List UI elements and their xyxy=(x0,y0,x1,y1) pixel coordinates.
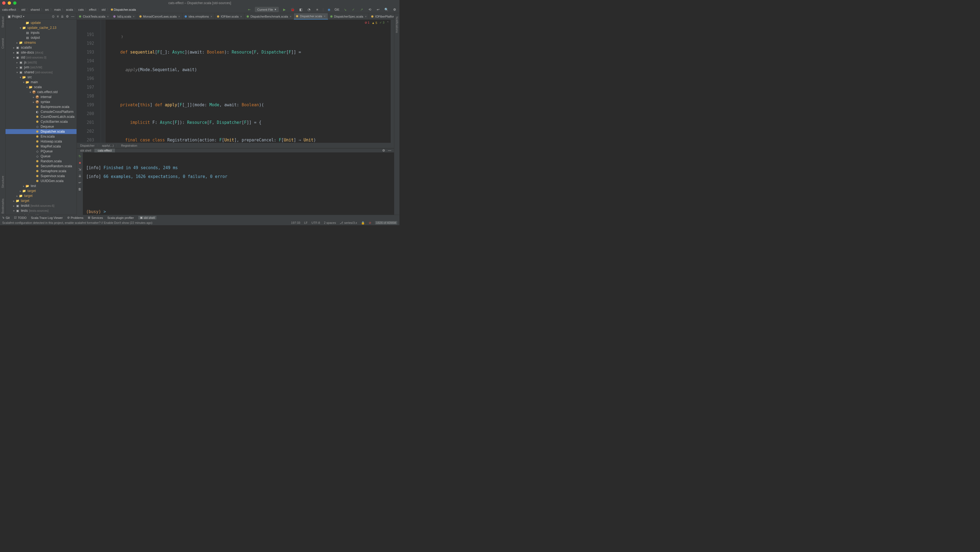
editor-tab[interactable]: DispatcherBenchmark.scala× xyxy=(245,13,294,19)
attach-icon[interactable]: ⇲ xyxy=(78,167,82,172)
file-encoding[interactable]: UTF-8 xyxy=(312,221,320,224)
close-tab-icon[interactable]: × xyxy=(133,15,134,18)
line-number[interactable]: 195 xyxy=(79,65,94,74)
fold-gutter[interactable] xyxy=(101,20,105,143)
minimize-window-button[interactable] xyxy=(8,2,11,5)
console-hide-icon[interactable]: — xyxy=(388,148,391,152)
close-tab-icon[interactable]: × xyxy=(365,15,366,18)
bookmarks-tool-button[interactable]: Bookmarks xyxy=(1,198,5,215)
build-button[interactable]: ⇤ xyxy=(247,7,252,12)
error-indicator[interactable]: ⊘ xyxy=(369,221,371,225)
rollback-button[interactable]: ↩ xyxy=(375,7,381,12)
tree-node[interactable]: Backpressure.scala xyxy=(5,104,76,109)
tree-node[interactable]: CyclicBarrier.scala xyxy=(5,119,76,124)
vcs-commit-button[interactable]: ✓ xyxy=(351,7,356,12)
project-tree[interactable]: 📁update▾📁update_cache_2.13▤inputs▤output… xyxy=(5,20,76,215)
services-tool-button[interactable]: ⊞ Services xyxy=(88,216,103,219)
close-tab-icon[interactable]: × xyxy=(324,14,325,18)
editor-tab[interactable]: IsEq.scala× xyxy=(111,13,137,19)
console-output[interactable]: [info] Finished in 49 seconds, 249 ms [i… xyxy=(83,152,394,225)
line-number[interactable]: 192 xyxy=(79,39,94,48)
editor-tab[interactable]: idea.vmoptions× xyxy=(183,13,215,19)
tree-node[interactable]: Semaphore.scala xyxy=(5,169,76,174)
vcs-update-button[interactable]: ↘ xyxy=(342,7,348,12)
tree-node[interactable]: ▸📦internal xyxy=(5,94,76,99)
tree-node[interactable]: ▸▣jvm[stdJVM] xyxy=(5,65,76,70)
line-number[interactable]: 203 xyxy=(79,136,94,144)
line-number[interactable]: 199 xyxy=(79,101,94,109)
console-tab-sbt-shell[interactable]: sbt shell xyxy=(77,148,94,152)
editor-tab[interactable]: IOFiber.scala× xyxy=(215,13,245,19)
tree-node[interactable]: ▾▣shared[std-sources] xyxy=(5,70,76,75)
line-number[interactable]: 198 xyxy=(79,92,94,101)
structure-tool-button[interactable]: Structure xyxy=(1,175,5,189)
crumb[interactable]: cats-effect xyxy=(2,8,16,11)
tree-node[interactable]: ▸📁target xyxy=(5,188,76,193)
line-number[interactable]: 194 xyxy=(79,57,94,65)
stardust-tool-button[interactable]: Stardust xyxy=(1,15,5,29)
project-panel-title[interactable]: ▣ Project ▾ xyxy=(8,14,24,18)
line-number[interactable]: 196 xyxy=(79,74,94,83)
status-message[interactable]: Scalafmt configuration detected in this … xyxy=(2,221,153,224)
crumb[interactable]: effect xyxy=(89,8,96,11)
tree-node[interactable]: ▸📁target xyxy=(5,193,76,198)
tree-node[interactable]: ▾📂scala xyxy=(5,85,76,89)
code-editor[interactable]: } def sequential[F[_]: Async](await: Boo… xyxy=(105,20,391,143)
close-tab-icon[interactable]: × xyxy=(240,15,242,18)
history-button[interactable]: ⟲ xyxy=(367,7,372,12)
crumb[interactable]: std xyxy=(21,8,25,11)
expand-all-icon[interactable]: ≡ xyxy=(57,14,59,18)
code-crumb[interactable]: Registration xyxy=(121,144,137,147)
tree-node[interactable]: 📁update xyxy=(5,20,76,25)
tree-node[interactable]: Dispatcher.scala xyxy=(5,129,76,134)
coverage-button[interactable]: ◧ xyxy=(298,7,304,12)
clear-icon[interactable]: 🗑 xyxy=(78,187,82,191)
tree-node[interactable]: ▸📂test xyxy=(5,183,76,188)
console-settings-icon[interactable]: ⚙ xyxy=(382,148,385,152)
tree-node[interactable]: ▸▣js[testsJS] xyxy=(5,213,76,215)
memory-indicator[interactable]: 1826 of 4096M xyxy=(375,221,397,224)
todo-tool-button[interactable]: ☑ TODO xyxy=(14,216,27,219)
line-number[interactable]: 202 xyxy=(79,127,94,136)
tree-node[interactable]: ◇PQueue xyxy=(5,149,76,154)
tree-node[interactable]: ◇Queue xyxy=(5,154,76,159)
profile-button[interactable]: ◔ xyxy=(306,7,312,12)
commit-tool-button[interactable]: Commit xyxy=(1,37,5,50)
code-crumb[interactable]: apply(...) xyxy=(102,144,114,147)
tree-node[interactable]: ▾▣tests[tests-sources] xyxy=(5,208,76,213)
close-tab-icon[interactable]: × xyxy=(210,15,212,18)
settings-button[interactable]: ⚙ xyxy=(392,7,397,12)
sbt-shell-button[interactable]: ▣ sbt shell xyxy=(138,216,156,219)
tree-node[interactable]: MapRef.scala xyxy=(5,144,76,149)
tree-node[interactable]: ◇Dequeue xyxy=(5,124,76,129)
tree-node[interactable]: ▾▣std[std-sources-3] xyxy=(5,55,76,60)
notifications-tool-button[interactable]: Notifications xyxy=(395,15,399,34)
scala-trace-button[interactable]: Scala Trace Log Viewer xyxy=(31,216,63,219)
tree-node[interactable]: ▾📦cats.effect.std xyxy=(5,89,76,94)
rerun-icon[interactable]: ↻ xyxy=(78,154,82,158)
close-tab-icon[interactable]: × xyxy=(107,15,109,18)
tree-node[interactable]: Supervisor.scala xyxy=(5,174,76,179)
git-tool-button[interactable]: ↳ Git xyxy=(2,216,10,219)
line-number[interactable]: 193 xyxy=(79,48,94,57)
tree-node[interactable]: ◐ConsoleCrossPlatform xyxy=(5,109,76,114)
line-number[interactable]: 200 xyxy=(79,109,94,118)
line-separator[interactable]: LF xyxy=(304,221,307,224)
debug-button[interactable]: 🐞 xyxy=(290,7,295,12)
line-number-gutter[interactable]: 191192193194195196197198199200201202203 xyxy=(77,20,101,143)
vcs-push-button[interactable]: ↗ xyxy=(359,7,364,12)
editor-tab[interactable]: ClockTests.scala× xyxy=(77,13,111,19)
editor-tab[interactable]: DispatcherSpec.scala× xyxy=(328,13,369,19)
crumb[interactable]: src xyxy=(45,8,49,11)
crumb[interactable]: scala xyxy=(66,8,73,11)
tree-node[interactable]: Hotswap.scala xyxy=(5,139,76,144)
tree-node[interactable]: ▸📁target xyxy=(5,198,76,203)
search-everywhere-button[interactable]: 🔍 xyxy=(383,7,389,12)
error-stripe[interactable] xyxy=(391,20,394,143)
tree-node[interactable]: ▸▣testkit[testkit-sources-6] xyxy=(5,203,76,208)
inspection-widget[interactable]: ⊘ 1 ▲ 5 ✓ 3 ⌃ xyxy=(364,21,389,24)
editor-tab[interactable]: MonadCancelLaws.scala× xyxy=(137,13,183,19)
stop-icon[interactable]: ■ xyxy=(78,161,82,165)
select-opened-file-icon[interactable]: ⊙ xyxy=(52,14,55,18)
panel-settings-icon[interactable]: ⚙ xyxy=(66,14,69,18)
